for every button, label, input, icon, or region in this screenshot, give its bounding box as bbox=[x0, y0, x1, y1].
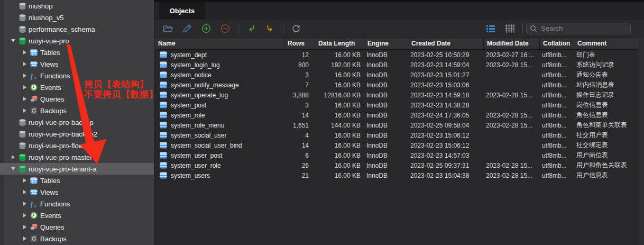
sidebar-item-label: ruoyi-vue-pro-master bbox=[29, 153, 93, 161]
disclosure-right-icon[interactable] bbox=[21, 84, 29, 91]
table-row[interactable]: system_user_role2616.00 KBInnoDB2023-02-… bbox=[154, 160, 638, 170]
table-name: system_operate_log bbox=[171, 92, 228, 99]
table-icon bbox=[160, 71, 167, 78]
column-header-created[interactable]: Created Date bbox=[408, 38, 483, 49]
disclosure-right-icon[interactable] bbox=[21, 188, 29, 196]
disclosure-right-icon[interactable] bbox=[21, 107, 29, 114]
sidebar-item-niushop-v5[interactable]: niushop_v5 bbox=[0, 12, 154, 23]
column-header-rows[interactable]: Rows bbox=[284, 38, 315, 49]
table-row[interactable]: system_users2116.00 KBInnoDB2023-02-23 1… bbox=[154, 170, 638, 180]
sidebar-item-ruoyi-vue-pro-tenant-a[interactable]: ruoyi-vue-pro-tenant-a bbox=[0, 163, 154, 175]
table-row[interactable]: system_social_user_bind1416.00 KBInnoDB2… bbox=[154, 140, 638, 150]
table-row[interactable]: system_operate_log3,88812816.00 KBInnoDB… bbox=[154, 90, 638, 100]
cell-created: 2023-02-23 14:57:03 bbox=[408, 150, 483, 160]
disclosure-right-icon[interactable] bbox=[21, 212, 29, 219]
design-table-button[interactable] bbox=[180, 22, 194, 35]
table-row[interactable]: system_notice316.00 KBInnoDB2023-02-23 1… bbox=[154, 70, 638, 80]
cell-name: system_role_menu bbox=[154, 120, 284, 130]
sidebar-item-ruoyi-vue-pro-master[interactable]: ruoyi-vue-pro-master bbox=[0, 151, 154, 163]
column-header-data_length[interactable]: Data Length bbox=[315, 38, 364, 49]
sidebar-item-ruoyi-vue-pro-backup[interactable]: ruoyi-vue-pro-backup bbox=[0, 116, 154, 128]
sidebar-item-functions[interactable]: fxFunctions bbox=[0, 70, 154, 81]
table-row[interactable]: system_login_log800192.00 KBInnoDB2023-0… bbox=[154, 60, 638, 70]
sidebar-item-performance-schema[interactable]: performance_schema bbox=[0, 23, 154, 35]
sidebar-item-views[interactable]: Views bbox=[0, 58, 154, 70]
sidebar-item-events[interactable]: Events bbox=[0, 81, 154, 93]
disclosure-right-icon[interactable] bbox=[21, 200, 29, 207]
sidebar-item-backups[interactable]: Backups bbox=[0, 233, 154, 244]
table-row[interactable]: system_user_post616.00 KBInnoDB2023-02-2… bbox=[154, 150, 638, 160]
disclosure-right-icon[interactable] bbox=[21, 235, 29, 242]
sidebar-item-ruoyi-vue-pro-flowable[interactable]: ruoyi-vue-pro-flowable bbox=[0, 140, 154, 151]
disclosure-right-icon[interactable] bbox=[21, 223, 29, 231]
table-name: system_user_role bbox=[171, 162, 221, 169]
table-row[interactable]: system_social_user416.00 KBInnoDB2023-02… bbox=[154, 130, 638, 140]
cell-collation: utf8mb... bbox=[539, 130, 574, 140]
column-header-engine[interactable]: Engine bbox=[364, 38, 408, 49]
sidebar-item-queries[interactable]: Queries bbox=[0, 93, 154, 105]
table-name: system_user_post bbox=[171, 152, 222, 159]
sidebar-item-label: performance_schema bbox=[29, 25, 95, 33]
column-header-modified[interactable]: Modified Date bbox=[483, 38, 539, 49]
export-wizard-button[interactable] bbox=[263, 22, 277, 35]
column-header-label: Name bbox=[158, 40, 176, 47]
column-header-label: Collation bbox=[543, 40, 570, 47]
cell-name: system_login_log bbox=[154, 60, 284, 70]
open-table-button[interactable] bbox=[161, 22, 175, 35]
column-header-label: Modified Date bbox=[487, 40, 529, 47]
cell-data_length: 16.00 KB bbox=[315, 50, 364, 60]
import-wizard-button[interactable] bbox=[244, 22, 258, 35]
cell-created: 2023-02-23 14:59:04 bbox=[408, 60, 483, 70]
cell-engine: InnoDB bbox=[364, 160, 408, 170]
search-input[interactable] bbox=[540, 24, 635, 33]
sidebar-item-views[interactable]: Views bbox=[0, 186, 154, 198]
disclosure-down-icon[interactable] bbox=[10, 165, 17, 173]
sidebar-item-tables[interactable]: Tables bbox=[0, 175, 154, 186]
cell-name: system_user_role bbox=[154, 160, 284, 170]
disclosure-spacer bbox=[10, 142, 17, 149]
table-row[interactable]: system_dept1216.00 KBInnoDB2023-02-25 10… bbox=[154, 50, 638, 60]
disclosure-right-icon[interactable] bbox=[10, 153, 17, 161]
column-header-comment[interactable]: Comment bbox=[574, 38, 638, 49]
sidebar-item-tables[interactable]: Tables bbox=[0, 47, 154, 58]
sidebar-item-events[interactable]: Events bbox=[0, 210, 154, 221]
sidebar-item-ruoyi-vue-pro-backup2[interactable]: ruoyi-vue-pro-backup2 bbox=[0, 128, 154, 140]
new-table-button[interactable] bbox=[199, 22, 213, 35]
disclosure-right-icon[interactable] bbox=[21, 177, 29, 184]
sidebar-item-niushop[interactable]: niushop bbox=[0, 0, 154, 12]
sidebar-item-queries[interactable]: Queries bbox=[0, 221, 154, 233]
column-header-collation[interactable]: Collation bbox=[539, 38, 574, 49]
disclosure-right-icon[interactable] bbox=[21, 60, 29, 68]
sidebar-item-label: Tables bbox=[40, 49, 60, 57]
search-box[interactable] bbox=[526, 23, 631, 34]
cell-comment: 操作日志记录 bbox=[574, 90, 638, 100]
table-row[interactable]: system_role1416.00 KBInnoDB2023-02-24 17… bbox=[154, 110, 638, 120]
column-header-name[interactable]: Name bbox=[154, 38, 284, 49]
sidebar-item-functions[interactable]: fxFunctions bbox=[0, 198, 154, 210]
refresh-button[interactable] bbox=[289, 22, 303, 35]
vertical-scrollbar[interactable] bbox=[638, 37, 644, 245]
cell-engine: InnoDB bbox=[364, 150, 408, 160]
sidebar-item-ruoyi-vue-pro[interactable]: ruoyi-vue-pro bbox=[0, 35, 154, 47]
disclosure-right-icon[interactable] bbox=[21, 49, 29, 56]
cell-modified: 2023-02-28 15... bbox=[483, 60, 539, 70]
table-row[interactable]: system_post316.00 KBInnoDB2023-02-23 14:… bbox=[154, 100, 638, 110]
events-icon bbox=[30, 84, 38, 92]
grid-view-toggle[interactable] bbox=[503, 22, 517, 35]
list-view-toggle[interactable] bbox=[484, 22, 498, 35]
disclosure-right-icon[interactable] bbox=[21, 95, 29, 103]
cell-comment: 站内信消息表 bbox=[574, 80, 638, 90]
sidebar-item-backups[interactable]: Backups bbox=[0, 105, 154, 116]
sidebar-item-label: Functions bbox=[40, 72, 70, 80]
sidebar-item-label: Views bbox=[40, 60, 58, 68]
cell-comment: 部门表 bbox=[574, 50, 638, 60]
tab-objects[interactable]: Objects bbox=[159, 2, 205, 20]
disclosure-right-icon[interactable] bbox=[21, 72, 29, 79]
cell-modified bbox=[483, 130, 539, 140]
disclosure-down-icon[interactable] bbox=[10, 37, 17, 44]
table-row[interactable]: system_role_menu1,651144.00 KBInnoDB2023… bbox=[154, 120, 638, 130]
delete-table-button[interactable] bbox=[218, 22, 232, 35]
table-row[interactable]: system_notify_message716.00 KBInnoDB2023… bbox=[154, 80, 638, 90]
cell-name: system_user_post bbox=[154, 150, 284, 160]
cell-rows: 3 bbox=[284, 100, 315, 110]
